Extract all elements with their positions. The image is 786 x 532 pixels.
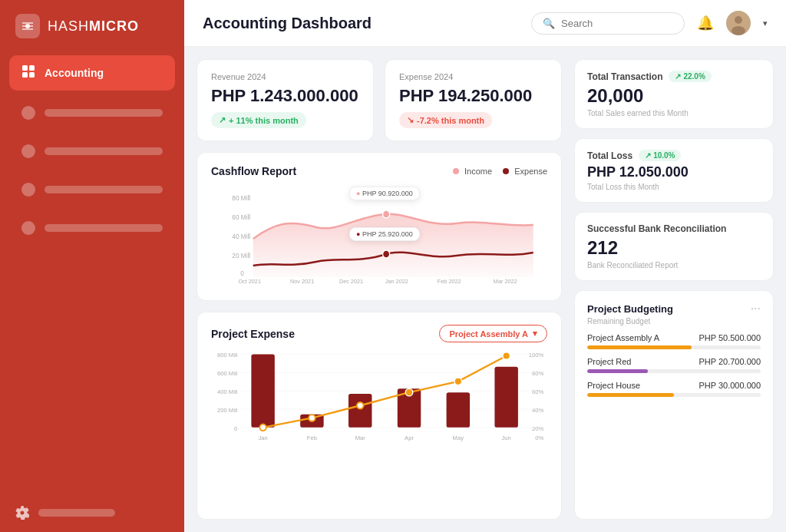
- budget-header: Project Budgeting ···: [587, 302, 761, 316]
- sidebar-item-accounting[interactable]: Accounting: [9, 55, 175, 91]
- people-icon: [21, 144, 35, 158]
- project-expense-card: Project Expense Project Assembly A ▾ 800…: [196, 312, 562, 520]
- search-box[interactable]: 🔍: [531, 12, 685, 35]
- arrow-up-icon-tt: ↗: [675, 72, 681, 81]
- budget-item-2-value: PHP 20.700.000: [698, 357, 761, 366]
- sidebar-item-bar-2: [45, 147, 163, 155]
- sidebar-item-bar-1: [45, 109, 163, 117]
- sidebar: HASHMICRO Accounting: [0, 0, 184, 532]
- header: Accounting Dashboard 🔍 🔔 ▾: [184, 0, 786, 47]
- budget-item-3-name: Project House: [587, 381, 640, 390]
- expense-badge-text: -7.2% this month: [417, 116, 484, 125]
- sidebar-item-4[interactable]: [9, 212, 175, 244]
- chevron-down-icon[interactable]: ▾: [763, 18, 768, 28]
- svg-text:Jun: Jun: [502, 435, 511, 441]
- svg-point-13: [383, 210, 390, 218]
- page-title: Accounting Dashboard: [203, 15, 372, 32]
- svg-rect-41: [447, 392, 470, 428]
- svg-text:Mar: Mar: [355, 435, 366, 441]
- total-transaction-header: Total Transaction ↗ 22.0%: [587, 71, 761, 82]
- tooltip-2-dot: ●: [356, 230, 360, 238]
- project-expense-svg: 800 Mill 600 Mill 400 Mill 200 Mill 0 10…: [211, 349, 547, 451]
- budget-item-1-value: PHP 50.500.000: [698, 333, 761, 342]
- svg-text:0: 0: [240, 269, 244, 277]
- svg-text:Mar 2022: Mar 2022: [494, 278, 517, 285]
- budget-subtitle: Remaining Budget: [587, 317, 761, 325]
- budget-item-3-header: Project House PHP 30.000.000: [587, 381, 761, 390]
- svg-rect-39: [348, 394, 372, 428]
- expense-dot: [503, 168, 509, 174]
- search-input[interactable]: [561, 18, 673, 29]
- svg-text:Jan: Jan: [258, 435, 267, 441]
- arrow-down-icon: ↘: [407, 115, 414, 125]
- svg-rect-3: [22, 72, 28, 78]
- svg-point-48: [503, 352, 510, 360]
- svg-text:Nov 2021: Nov 2021: [290, 278, 314, 285]
- svg-point-45: [357, 402, 364, 409]
- settings-bar: [38, 509, 115, 517]
- sidebar-item-2[interactable]: [9, 135, 175, 167]
- main-content: Accounting Dashboard 🔍 🔔 ▾: [184, 0, 786, 532]
- header-right: 🔍 🔔 ▾: [531, 11, 768, 35]
- svg-text:Oct 2021: Oct 2021: [238, 278, 261, 285]
- bell-icon[interactable]: 🔔: [697, 15, 714, 31]
- svg-point-44: [309, 415, 315, 421]
- svg-point-7: [732, 26, 745, 35]
- logo-icon: [15, 14, 40, 38]
- svg-text:60%: 60%: [532, 388, 543, 395]
- svg-text:May: May: [453, 435, 464, 441]
- svg-text:0: 0: [234, 425, 237, 432]
- total-transaction-badge: ↗ 22.0%: [669, 71, 711, 82]
- budget-bar-2-bg: [587, 369, 761, 373]
- settings-item[interactable]: [15, 506, 169, 520]
- total-loss-value: PHP 12.050.000: [587, 164, 761, 180]
- project-budgeting-card: Project Budgeting ··· Remaining Budget P…: [574, 290, 774, 520]
- svg-text:20%: 20%: [532, 425, 543, 432]
- svg-rect-42: [494, 367, 517, 428]
- svg-text:80 Mill: 80 Mill: [232, 194, 250, 202]
- more-options-icon[interactable]: ···: [751, 302, 761, 316]
- cashflow-title: Cashflow Report: [211, 165, 296, 177]
- expense-value: PHP 194.250.000: [399, 86, 547, 106]
- budget-item-1: Project Assembly A PHP 50.500.000: [587, 333, 761, 349]
- budget-bar-2-fill: [587, 369, 648, 373]
- budget-item-1-header: Project Assembly A PHP 50.500.000: [587, 333, 761, 342]
- project-expense-title: Project Expense: [211, 328, 295, 340]
- sidebar-item-3[interactable]: [9, 173, 175, 206]
- svg-point-14: [383, 250, 390, 258]
- right-panel: Total Transaction ↗ 22.0% 20,000 Total S…: [574, 59, 774, 520]
- svg-text:400 Mill: 400 Mill: [217, 388, 238, 395]
- project-chart-container: 800 Mill 600 Mill 400 Mill 200 Mill 0 10…: [211, 349, 547, 454]
- tooltip-1-dot: ●: [356, 190, 360, 197]
- expense-card: Expense 2024 PHP 194.250.000 ↘ -7.2% thi…: [385, 59, 562, 141]
- revenue-badge: ↗ + 11% this month: [211, 112, 306, 128]
- total-loss-header: Total Loss ↗ 10.0%: [587, 150, 761, 161]
- logo-text: HASHMICRO: [48, 18, 139, 35]
- revenue-badge-text: + 11% this month: [229, 116, 299, 125]
- sidebar-item-1[interactable]: [9, 97, 175, 129]
- svg-rect-37: [251, 355, 274, 428]
- arrow-up-icon-tl: ↗: [645, 151, 651, 160]
- total-transaction-desc: Total Sales earned this Month: [587, 109, 761, 117]
- svg-point-6: [735, 16, 742, 24]
- svg-rect-2: [29, 65, 35, 71]
- metric-cards: Revenue 2024 PHP 1.243.000.000 ↗ + 11% t…: [196, 59, 562, 141]
- svg-text:600 Mill: 600 Mill: [217, 370, 238, 377]
- bag-icon: [21, 106, 35, 120]
- cashflow-tooltip-2: ● PHP 25.920.000: [349, 227, 420, 241]
- sidebar-bottom: [0, 494, 184, 532]
- budget-item-3-value: PHP 30.000.000: [698, 381, 761, 390]
- svg-point-0: [25, 24, 30, 28]
- svg-text:Feb 2022: Feb 2022: [438, 278, 461, 285]
- expense-label: Expense 2024: [399, 72, 547, 81]
- svg-text:Feb: Feb: [307, 435, 317, 441]
- revenue-card: Revenue 2024 PHP 1.243.000.000 ↗ + 11% t…: [196, 59, 374, 141]
- sidebar-item-bar-3: [45, 186, 163, 193]
- total-transaction-card: Total Transaction ↗ 22.0% 20,000 Total S…: [574, 59, 774, 129]
- svg-text:Jan 2022: Jan 2022: [385, 278, 408, 285]
- budget-title: Project Budgeting: [587, 303, 673, 315]
- project-selector[interactable]: Project Assembly A ▾: [439, 325, 547, 342]
- arrow-up-icon: ↗: [219, 115, 226, 125]
- budget-bar-1-fill: [587, 345, 692, 349]
- svg-rect-4: [29, 72, 35, 78]
